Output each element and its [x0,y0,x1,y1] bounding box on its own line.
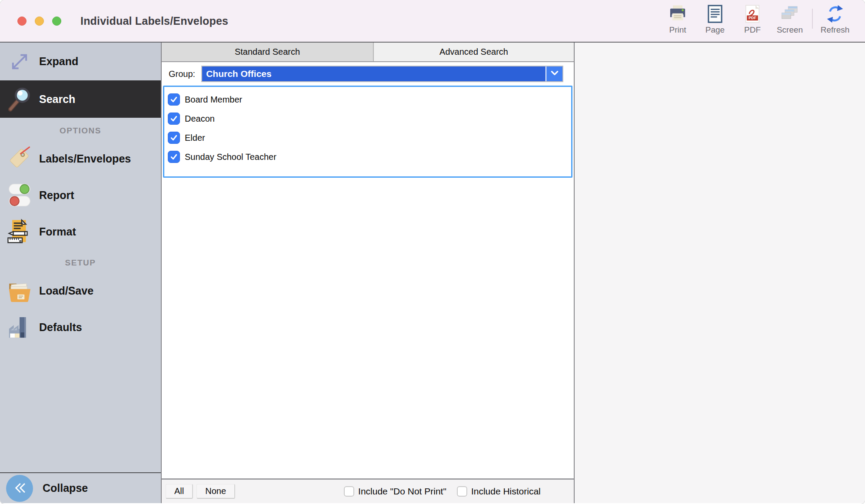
sidebar-item-format[interactable]: Format [0,213,161,250]
toggles-icon [5,182,34,208]
page-icon [706,4,724,24]
office-list[interactable]: Board Member Deacon Elder [163,86,572,178]
content-area: Expand Search OPTIONS [0,42,865,503]
svg-text:PDF: PDF [749,16,756,20]
group-row: Group: Church Offices [162,62,574,86]
print-button[interactable]: Print [659,4,696,35]
none-button[interactable]: None [196,484,235,499]
sidebar-item-defaults[interactable]: Defaults [0,309,161,345]
sidebar-spacer [0,345,161,472]
sidebar-item-search[interactable]: Search [0,80,161,118]
refresh-icon [825,4,845,24]
group-dropdown-button[interactable] [546,66,562,81]
tab-standard-search[interactable]: Standard Search [162,43,374,61]
office-checkbox-checked[interactable] [168,132,180,144]
include-do-not-print-option: Include "Do Not Print" [344,486,446,497]
zoom-button[interactable] [52,17,61,26]
sidebar-item-expand[interactable]: Expand [0,43,161,80]
titlebar: Individual Labels/Envelopes Print [0,0,865,42]
search-icon [5,86,34,112]
include-historical-checkbox[interactable] [457,486,467,497]
screen-button[interactable]: Screen [771,4,808,35]
traffic-lights [0,17,61,26]
close-button[interactable] [17,17,27,26]
toolbar: Print Page [659,4,865,38]
refresh-button[interactable]: Refresh [816,4,854,35]
list-item: Sunday School Teacher [164,147,571,166]
page-button[interactable]: Page [696,4,734,35]
list-item: Deacon [164,109,571,128]
group-label: Group: [169,69,195,79]
group-dropdown[interactable]: Church Offices [201,66,563,82]
office-checkbox-checked[interactable] [168,113,180,125]
tab-advanced-search[interactable]: Advanced Search [374,43,574,61]
list-item: Elder [164,128,571,147]
pdf-button[interactable]: PDF PDF [734,4,771,35]
pdf-icon: PDF [743,4,762,24]
toolbar-separator [812,9,813,29]
preview-pane [575,43,865,503]
search-pane: Standard Search Advanced Search Group: C… [162,43,575,503]
sidebar-item-report[interactable]: Report [0,177,161,213]
office-checkbox-checked[interactable] [168,151,180,163]
include-do-not-print-checkbox[interactable] [344,486,354,497]
factory-icon [5,315,34,340]
minimize-button[interactable] [35,17,44,26]
include-historical-option: Include Historical [457,486,541,497]
collapse-icon [6,475,33,502]
printer-icon [668,4,687,24]
list-item: Board Member [164,90,571,109]
sidebar-item-collapse[interactable]: Collapse [0,472,161,503]
sidebar: Expand Search OPTIONS [0,43,162,503]
tab-bar: Standard Search Advanced Search [162,43,574,62]
results-area [162,178,574,478]
footer-bar: All None Include "Do Not Print" Include … [162,478,574,503]
window-title: Individual Labels/Envelopes [80,15,228,27]
sidebar-item-load-save[interactable]: Load/Save [0,272,161,309]
format-icon [5,219,34,245]
app-window: Individual Labels/Envelopes Print [0,0,865,504]
office-checkbox-checked[interactable] [168,93,180,106]
sidebar-item-labels-envelopes[interactable]: Labels/Envelopes [0,140,161,177]
screen-icon [780,4,799,24]
folder-icon [5,278,34,304]
group-dropdown-value: Church Offices [202,66,546,81]
all-button[interactable]: All [166,484,193,499]
sidebar-section-options: OPTIONS [0,121,161,140]
expand-icon [5,50,34,74]
tag-icon [5,146,34,172]
chevron-down-icon [550,69,559,79]
sidebar-section-setup: SETUP [0,253,161,272]
